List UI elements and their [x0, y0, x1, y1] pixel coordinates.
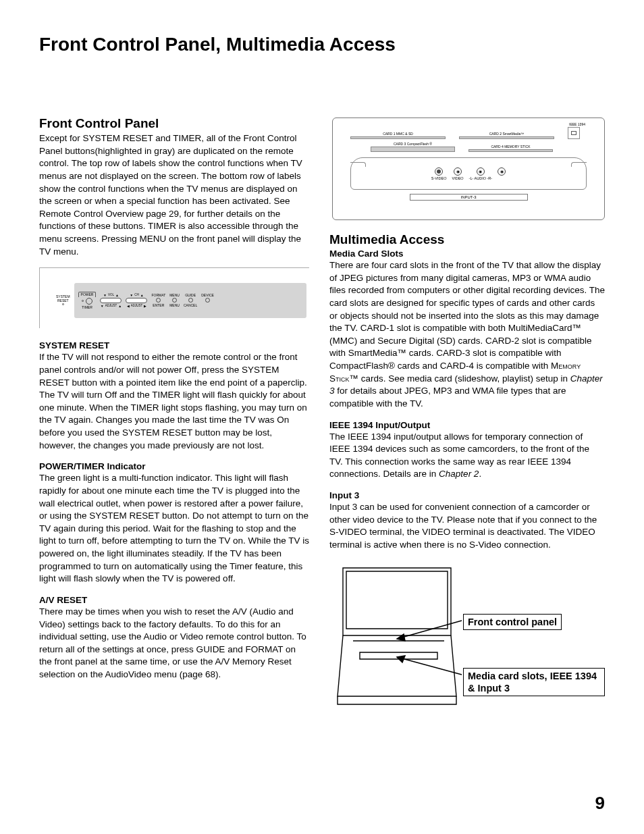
ieee1394-port-icon — [568, 127, 580, 139]
triangle-down-icon — [130, 293, 133, 297]
left-column: Front Control Panel Except for SYSTEM RE… — [39, 116, 309, 716]
front-control-panel-heading: Front Control Panel — [39, 116, 309, 131]
card1-label: CARD 1 MMC & SD — [350, 132, 446, 136]
page-title: Front Control Panel, Multimedia Access — [39, 34, 605, 55]
av-reset-paragraph: There may be times when you wish to rese… — [39, 606, 309, 681]
format-button-icon — [156, 298, 161, 303]
guide-button-icon — [188, 298, 193, 303]
device-group: DEVICE X — [201, 293, 214, 307]
card3-label: CARD 3 CompactFlash ® — [371, 142, 455, 146]
chapter2-ref: Chapter 2 — [439, 469, 479, 479]
enter-label: ENTER — [153, 303, 164, 307]
guide-cancel-group: GUIDE CANCEL — [184, 293, 197, 307]
triangle-up-icon — [118, 304, 122, 308]
audio-label: AUDIO — [475, 176, 486, 180]
media-card-slots-paragraph: There are four card slots in the front o… — [329, 259, 605, 411]
multimedia-diagram: CARD 1 MMC & SD CARD 2 SmartMedia™ IEEE … — [332, 118, 605, 220]
svideo-port-icon — [435, 167, 443, 176]
system-reset-paragraph: If the TV will not respond to either the… — [39, 351, 309, 452]
front-control-panel-callout: Front control panel — [463, 614, 562, 630]
media-card-slots-heading: Media Card Slots — [329, 249, 605, 259]
ch-adjust-group: CH ADJUST — [126, 293, 147, 308]
triangle-up-icon — [140, 293, 144, 297]
two-column-layout: Front Control Panel Except for SYSTEM RE… — [39, 116, 605, 716]
ieee1394-slot: IEEE 1394 — [568, 122, 587, 139]
menu-group: MENU MENU — [169, 293, 180, 307]
svg-line-0 — [397, 621, 462, 639]
menu-button-icon — [172, 298, 177, 303]
rca-port-icon: ◉ — [477, 167, 485, 176]
system-reset-label: SYSTEM RESET — [56, 295, 70, 305]
power-timer-heading: POWER/TIMER Indicator — [39, 461, 309, 471]
av-reset-heading: A/V RESET — [39, 595, 309, 605]
vol-adjust-group: VOL ADJUST — [100, 293, 122, 308]
card2-label: CARD 2 SmartMedia™ — [459, 132, 554, 136]
system-reset-heading: SYSTEM RESET — [39, 340, 309, 350]
power-timer-paragraph: The green light is a multi-function indi… — [39, 472, 309, 585]
media-card-slots-callout: Media card slots, IEEE 1394 & Input 3 — [463, 668, 605, 696]
menu2-label: MENU — [169, 303, 180, 307]
vol-rocker-icon — [100, 298, 122, 303]
adjust2-label: ADJUST — [131, 304, 143, 307]
cancel-label: CANCEL — [184, 303, 197, 307]
svideo-label: S-VIDEO — [431, 176, 447, 180]
triangle-right-icon — [144, 304, 146, 308]
av-jack-row: S-VIDEO ◉ VIDEO ◉ -L- AUDIO -R- ◉ — [350, 157, 587, 190]
card-slot-icon — [350, 136, 446, 139]
front-control-panel-intro: Except for SYSTEM RESET and TIMER, all o… — [39, 132, 309, 258]
input3-heading: Input 3 — [329, 490, 605, 500]
power-timer-group: POWER TIMER — [78, 292, 97, 309]
audio-r-jack: ◉ — [498, 167, 506, 180]
triangle-down-icon — [103, 293, 107, 297]
card4-slot: CARD 4 MEMORY STICK — [468, 145, 553, 152]
timer-led-icon — [82, 300, 84, 302]
gray-button-panel: POWER TIMER VOL ADJUST CH ADJUST — [74, 283, 306, 318]
ieee1394-label: IEEE 1394 — [568, 122, 587, 126]
ieee1394-paragraph: The IEEE 1394 input/output allows for te… — [329, 431, 605, 481]
triangle-up-icon — [115, 293, 119, 297]
page-number: 9 — [595, 793, 605, 814]
card-slot-icon — [371, 147, 455, 152]
svg-line-2 — [397, 657, 462, 675]
video-label: VIDEO — [452, 176, 463, 180]
power-button-icon — [86, 298, 92, 305]
menu-label: MENU — [169, 293, 180, 297]
audio-l-jack: ◉ -L- AUDIO -R- — [469, 167, 493, 180]
front-control-panel-diagram: SYSTEM RESET POWER TIMER VOL ADJUST — [39, 267, 309, 328]
rca-port-icon: ◉ — [454, 167, 462, 176]
card1-slot: CARD 1 MMC & SD — [350, 132, 446, 139]
power-label: POWER — [78, 292, 97, 297]
format-enter-group: FORMAT ENTER — [151, 293, 165, 307]
svideo-jack: S-VIDEO — [431, 167, 447, 180]
ch-rocker-icon — [126, 298, 147, 303]
ch-label: CH — [134, 293, 139, 296]
mcs-text-1b: ™ cards. See media card (slideshow, play… — [350, 373, 570, 384]
mcs-text-1: There are four card slots in the front o… — [329, 260, 605, 371]
card-slot-icon — [459, 136, 554, 139]
ieee1394-heading: IEEE 1394 Input/Output — [329, 420, 605, 430]
format-label: FORMAT — [151, 293, 165, 297]
right-column: CARD 1 MMC & SD CARD 2 SmartMedia™ IEEE … — [329, 116, 605, 716]
multimedia-access-heading: Multimedia Access — [329, 232, 605, 247]
mcs-text-1c: for details about JPEG, MP3 and WMA file… — [329, 386, 566, 409]
tv-illustration: Front control panel Media card slots, IE… — [329, 561, 605, 716]
audio-l-label: -L- — [469, 176, 474, 180]
card2-slot: CARD 2 SmartMedia™ — [459, 132, 554, 139]
adjust-label: ADJUST — [105, 304, 117, 307]
triangle-left-icon — [127, 304, 130, 308]
card-slot-icon — [468, 149, 553, 152]
rca-port-icon: ◉ — [498, 167, 506, 176]
tv-outline-icon — [329, 561, 464, 710]
device-button-icon — [205, 298, 210, 303]
triangle-down-icon — [101, 304, 104, 308]
guide-label: GUIDE — [185, 293, 196, 297]
audio-r-label: -R- — [487, 176, 493, 180]
card4-label: CARD 4 MEMORY STICK — [468, 145, 553, 149]
timer-label: TIMER — [82, 305, 92, 309]
vol-label: VOL — [108, 293, 114, 296]
video-jack: ◉ VIDEO — [452, 167, 463, 180]
ieee-text-2: . — [479, 469, 481, 479]
card3-slot: CARD 3 CompactFlash ® — [371, 142, 455, 152]
input3-label-box: INPUT-3 — [410, 194, 528, 201]
input3-paragraph: Input 3 can be used for convenient conne… — [329, 501, 605, 552]
